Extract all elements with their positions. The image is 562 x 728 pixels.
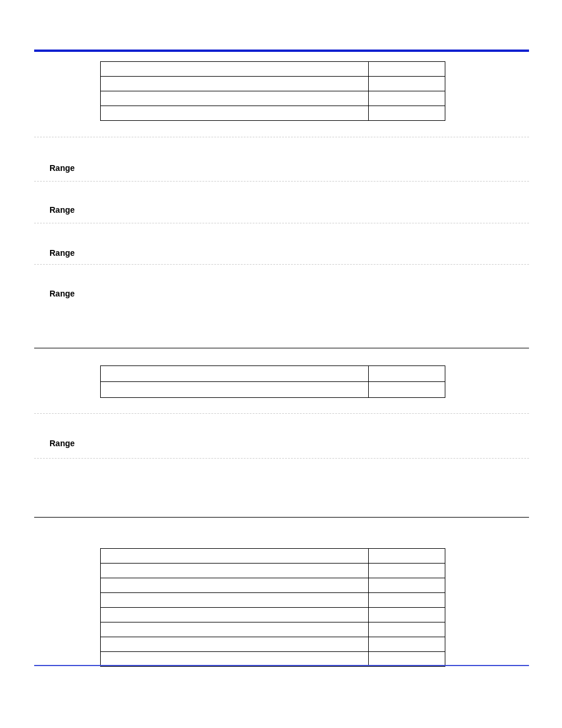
dashed-separator bbox=[34, 223, 529, 223]
range-heading: Range bbox=[49, 439, 75, 448]
table-cell bbox=[101, 62, 369, 77]
dashed-separator bbox=[34, 264, 529, 265]
table-cell bbox=[368, 549, 445, 564]
table-row bbox=[101, 608, 445, 622]
table-cell bbox=[101, 652, 369, 667]
solid-separator bbox=[34, 517, 529, 518]
table-row bbox=[101, 106, 445, 121]
table-cell bbox=[101, 549, 369, 564]
table-cell bbox=[368, 622, 445, 637]
table-section-3 bbox=[100, 548, 445, 667]
table-cell bbox=[101, 637, 369, 652]
table-row bbox=[101, 382, 445, 398]
table-row bbox=[101, 652, 445, 667]
bottom-border-line bbox=[34, 665, 529, 666]
dashed-separator bbox=[34, 413, 529, 414]
table-cell bbox=[101, 91, 369, 106]
table-row bbox=[101, 564, 445, 578]
table-cell bbox=[368, 564, 445, 578]
table-row bbox=[101, 91, 445, 106]
solid-separator bbox=[34, 348, 529, 348]
table-row bbox=[101, 366, 445, 382]
table-cell bbox=[368, 593, 445, 608]
table-cell bbox=[101, 382, 369, 398]
table-row bbox=[101, 62, 445, 77]
table-row bbox=[101, 637, 445, 652]
table-cell bbox=[368, 91, 445, 106]
table-cell bbox=[368, 366, 445, 382]
table-section-1 bbox=[100, 61, 445, 121]
table-cell bbox=[101, 578, 369, 593]
dashed-separator bbox=[34, 458, 529, 459]
table-cell bbox=[101, 593, 369, 608]
table-cell bbox=[368, 382, 445, 398]
table-cell bbox=[368, 608, 445, 622]
top-border-line bbox=[34, 50, 529, 52]
table-cell bbox=[368, 652, 445, 667]
dashed-separator bbox=[34, 181, 529, 182]
table-cell bbox=[101, 564, 369, 578]
table-cell bbox=[101, 366, 369, 382]
table-cell bbox=[101, 608, 369, 622]
range-heading: Range bbox=[49, 163, 75, 173]
table-cell bbox=[368, 62, 445, 77]
table-cell bbox=[368, 578, 445, 593]
table-row bbox=[101, 549, 445, 564]
range-heading: Range bbox=[49, 248, 75, 258]
dashed-separator bbox=[34, 137, 529, 137]
table-row bbox=[101, 578, 445, 593]
table-cell bbox=[368, 77, 445, 91]
table-cell bbox=[101, 77, 369, 91]
range-heading: Range bbox=[49, 289, 75, 298]
table-row bbox=[101, 593, 445, 608]
table-cell bbox=[368, 106, 445, 121]
table-cell bbox=[368, 637, 445, 652]
table-cell bbox=[101, 106, 369, 121]
table-row bbox=[101, 77, 445, 91]
table-row bbox=[101, 622, 445, 637]
table-section-2 bbox=[100, 365, 445, 398]
table-cell bbox=[101, 622, 369, 637]
range-heading: Range bbox=[49, 205, 75, 215]
